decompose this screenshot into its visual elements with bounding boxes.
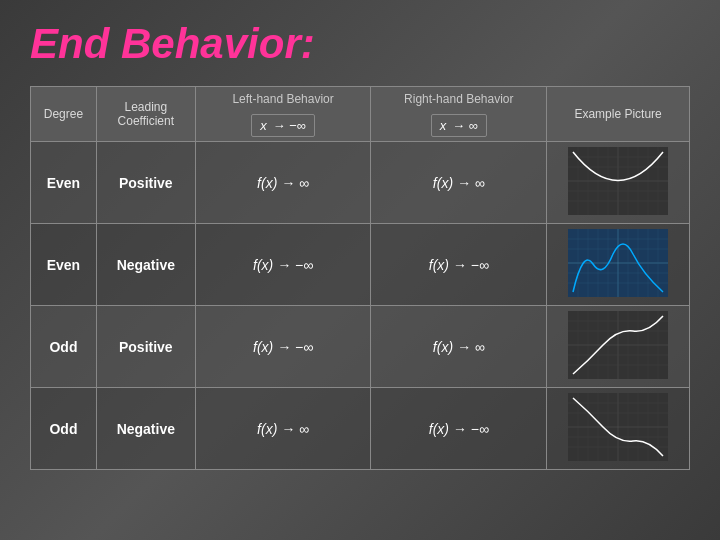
table-row: Even Negative f(x) → −∞ f(x) → −∞ xyxy=(31,224,690,306)
table-row: Odd Negative f(x) → ∞ f(x) → −∞ xyxy=(31,388,690,470)
graph-even-positive xyxy=(568,147,668,215)
page-title: End Behavior: xyxy=(30,20,690,68)
leading-cell: Negative xyxy=(96,224,195,306)
header-right-behavior: Right-hand Behavior x → ∞ xyxy=(371,87,547,142)
right-formula-cell: f(x) → ∞ xyxy=(371,142,547,224)
right-formula-cell: f(x) → −∞ xyxy=(371,388,547,470)
leading-cell: Positive xyxy=(96,142,195,224)
header-leading: Leading Coefficient xyxy=(96,87,195,142)
end-behavior-table: Degree Leading Coefficient Left-hand Beh… xyxy=(30,86,690,470)
example-cell xyxy=(547,224,690,306)
header-degree: Degree xyxy=(31,87,97,142)
header-left-behavior: Left-hand Behavior x → −∞ xyxy=(195,87,371,142)
degree-cell: Odd xyxy=(31,306,97,388)
graph-odd-positive xyxy=(568,311,668,379)
example-cell xyxy=(547,142,690,224)
example-cell xyxy=(547,388,690,470)
left-formula-cell: f(x) → ∞ xyxy=(195,142,371,224)
header-example: Example Picture xyxy=(547,87,690,142)
left-formula-cell: f(x) → −∞ xyxy=(195,224,371,306)
degree-cell: Odd xyxy=(31,388,97,470)
leading-cell: Negative xyxy=(96,388,195,470)
leading-cell: Positive xyxy=(96,306,195,388)
right-formula-cell: f(x) → ∞ xyxy=(371,306,547,388)
table-row: Even Positive f(x) → ∞ f(x) → ∞ xyxy=(31,142,690,224)
table-row: Odd Positive f(x) → −∞ f(x) → ∞ xyxy=(31,306,690,388)
graph-even-negative xyxy=(568,229,668,297)
table-container: Degree Leading Coefficient Left-hand Beh… xyxy=(30,86,690,470)
left-formula-cell: f(x) → ∞ xyxy=(195,388,371,470)
degree-cell: Even xyxy=(31,224,97,306)
graph-odd-negative xyxy=(568,393,668,461)
right-formula-cell: f(x) → −∞ xyxy=(371,224,547,306)
page: End Behavior: Degree Leading Coefficient… xyxy=(0,0,720,540)
degree-cell: Even xyxy=(31,142,97,224)
left-formula-cell: f(x) → −∞ xyxy=(195,306,371,388)
example-cell xyxy=(547,306,690,388)
